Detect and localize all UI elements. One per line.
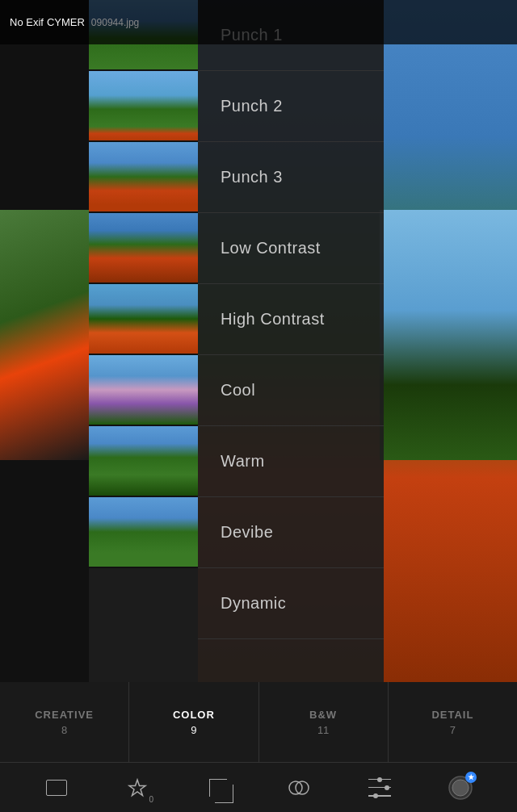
filter-punch2[interactable]: Punch 2 bbox=[198, 71, 384, 142]
favorite-count: 0 bbox=[149, 795, 153, 804]
list-item[interactable] bbox=[89, 213, 198, 284]
header-subtitle: CYMER bbox=[47, 16, 85, 28]
list-item[interactable] bbox=[89, 355, 198, 426]
list-item[interactable] bbox=[89, 497, 198, 568]
favorite-button[interactable]: 0 bbox=[120, 770, 155, 806]
tab-bar: CREATIVE 8 COLOR 9 B&W 11 DETAIL 7 0 bbox=[0, 682, 517, 812]
tone-profile-icon bbox=[287, 776, 311, 800]
tab-detail[interactable]: DETAIL 7 bbox=[389, 682, 517, 762]
star-icon bbox=[126, 776, 149, 799]
tab-creative[interactable]: CREATIVE 8 bbox=[0, 682, 129, 762]
thumbnail-strip bbox=[89, 0, 198, 682]
filmstrip-icon[interactable] bbox=[39, 770, 74, 806]
filter-panel: Punch 1 Punch 2 Punch 3 Low Contrast Hig… bbox=[198, 0, 384, 682]
sliders-icon bbox=[368, 779, 391, 797]
profile-button[interactable]: ★ bbox=[443, 770, 478, 806]
profile-badge: ★ bbox=[465, 772, 477, 783]
tab-row: CREATIVE 8 COLOR 9 B&W 11 DETAIL 7 bbox=[0, 682, 517, 763]
list-item[interactable] bbox=[89, 426, 198, 497]
header-filename: 090944.jpg bbox=[91, 17, 139, 28]
filter-low-contrast[interactable]: Low Contrast bbox=[198, 213, 384, 284]
left-panel bbox=[0, 0, 89, 682]
list-item[interactable] bbox=[89, 142, 198, 213]
preview-image bbox=[380, 210, 517, 460]
tab-bw[interactable]: B&W 11 bbox=[259, 682, 389, 762]
list-item[interactable] bbox=[89, 71, 198, 142]
tone-profile-button[interactable] bbox=[281, 770, 317, 806]
main-area: Punch 1 Punch 2 Punch 3 Low Contrast Hig… bbox=[0, 0, 517, 682]
tab-color[interactable]: COLOR 9 bbox=[129, 682, 258, 762]
svg-point-3 bbox=[452, 780, 469, 796]
icon-row: 0 ★ bbox=[0, 763, 517, 812]
filter-cool[interactable]: Cool bbox=[198, 355, 384, 426]
crop-button[interactable] bbox=[200, 770, 236, 806]
crop-icon bbox=[209, 779, 227, 797]
filter-warm[interactable]: Warm bbox=[198, 426, 384, 497]
main-thumbnail[interactable] bbox=[0, 210, 89, 460]
filter-dynamic[interactable]: Dynamic bbox=[198, 568, 384, 639]
filter-devibe[interactable]: Devibe bbox=[198, 497, 384, 568]
filter-high-contrast[interactable]: High Contrast bbox=[198, 284, 384, 355]
adjust-button[interactable] bbox=[362, 770, 397, 806]
list-item[interactable] bbox=[89, 284, 198, 355]
header-title: No Exif bbox=[10, 16, 44, 28]
top-header: No Exif CYMER 090944.jpg bbox=[0, 0, 517, 44]
filter-punch3[interactable]: Punch 3 bbox=[198, 142, 384, 213]
